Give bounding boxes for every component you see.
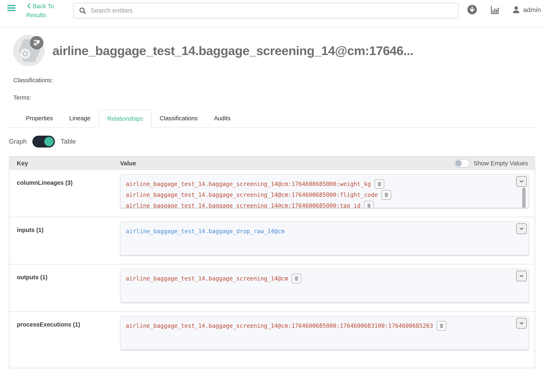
entity-link[interactable]: airline_baggage_test_14.baggage_screenin…	[126, 181, 371, 187]
value-line: airline_baggage_test_14.baggage_drop_raw…	[126, 226, 512, 237]
row-key: inputs (1)	[9, 221, 120, 255]
value-line: airline_baggage_test_14.baggage_screenin…	[126, 320, 512, 331]
tab-classifications[interactable]: Classifications	[152, 110, 206, 128]
tab-relationships[interactable]: Relationships	[99, 110, 151, 128]
tab-lineage[interactable]: Lineage	[61, 110, 99, 128]
value-line: airline_baggage_test_14.baggage_screenin…	[126, 190, 512, 200]
value-line: airline_baggage_test_14.baggage_screenin…	[126, 200, 512, 208]
value-box: airline_baggage_test_14.baggage_drop_raw…	[120, 221, 529, 255]
delete-button[interactable]	[292, 274, 301, 283]
hive-bee-badge-icon	[30, 36, 43, 50]
search-input[interactable]	[90, 7, 453, 14]
entity-link[interactable]: airline_baggage_test_14.baggage_screenin…	[126, 202, 361, 208]
expand-collapse-button[interactable]	[516, 271, 527, 281]
value-box: airline_baggage_test_14.baggage_screenin…	[120, 269, 529, 303]
delete-button[interactable]	[437, 321, 446, 331]
gear-icon: ⚙	[19, 47, 32, 61]
entity-link[interactable]: airline_baggage_test_14.baggage_screenin…	[126, 323, 433, 329]
table-row: columnLineages (3)airline_baggage_test_1…	[9, 170, 535, 217]
download-icon[interactable]	[467, 5, 477, 16]
view-toggle-row: Graph Table	[9, 136, 544, 148]
user-icon	[512, 5, 521, 14]
toggle-knob	[44, 137, 54, 146]
entity-tabs: Properties Lineage Relationships Classif…	[7, 110, 537, 128]
show-empty-values-control: Show Empty Values	[454, 159, 535, 167]
search-icon	[79, 7, 86, 15]
table-row: inputs (1)airline_baggage_test_14.baggag…	[9, 217, 535, 264]
menu-icon[interactable]	[7, 5, 16, 12]
chevron-down-icon	[519, 226, 524, 231]
expand-collapse-button[interactable]	[516, 176, 527, 187]
entity-type-icon: ⚙ ⚙	[13, 35, 45, 66]
search-bar	[73, 3, 458, 18]
row-key: columnLineages (3)	[9, 174, 120, 208]
show-empty-values-toggle[interactable]	[454, 159, 470, 167]
entity-link[interactable]: airline_baggage_test_14.baggage_screenin…	[126, 275, 288, 282]
chevron-down-icon	[519, 321, 524, 326]
row-value-cell: airline_baggage_test_14.baggage_screenin…	[120, 269, 535, 303]
value-column-header: Value	[120, 160, 454, 167]
trash-icon	[294, 276, 299, 281]
top-bar: Back To Results admin	[0, 0, 544, 27]
value-box: airline_baggage_test_14.baggage_screenin…	[120, 316, 529, 350]
expand-collapse-button[interactable]	[516, 318, 527, 329]
entity-link[interactable]: airline_baggage_test_14.baggage_drop_raw…	[126, 228, 284, 235]
show-empty-values-label: Show Empty Values	[473, 160, 528, 167]
value-line: airline_baggage_test_14.baggage_screenin…	[126, 273, 512, 284]
row-value-cell: airline_baggage_test_14.baggage_screenin…	[120, 316, 535, 350]
graph-label: Graph	[9, 138, 27, 145]
terms-label: Terms:	[13, 94, 544, 101]
trash-icon	[384, 192, 389, 198]
value-box: airline_baggage_test_14.baggage_screenin…	[120, 174, 529, 208]
row-key: outputs (1)	[9, 269, 120, 303]
table-header-row: Key Value Show Empty Values	[9, 156, 535, 170]
row-value-cell: airline_baggage_test_14.baggage_screenin…	[120, 174, 535, 208]
toggle-knob	[455, 160, 462, 167]
entity-link[interactable]: airline_baggage_test_14.baggage_screenin…	[126, 191, 378, 198]
graph-table-toggle[interactable]	[32, 136, 55, 148]
chevron-left-icon	[26, 3, 32, 9]
user-menu[interactable]: admin	[512, 5, 541, 14]
row-value-cell: airline_baggage_test_14.baggage_drop_raw…	[120, 221, 535, 255]
scrollbar-thumb[interactable]	[522, 188, 526, 208]
table-row: outputs (1)airline_baggage_test_14.bagga…	[9, 264, 535, 311]
delete-button[interactable]	[375, 179, 384, 189]
tab-audits[interactable]: Audits	[206, 110, 239, 128]
delete-button[interactable]	[364, 201, 374, 208]
trash-icon	[439, 323, 444, 329]
table-label: Table	[61, 138, 76, 145]
trash-icon	[366, 203, 372, 208]
page-title: airline_baggage_test_14.baggage_screenin…	[53, 43, 413, 58]
relationships-table: Key Value Show Empty Values columnLineag…	[9, 156, 535, 368]
back-to-results-link[interactable]: Back To Results	[26, 2, 57, 20]
chevron-down-icon	[519, 274, 524, 278]
trash-icon	[377, 181, 382, 187]
tab-properties[interactable]: Properties	[18, 110, 61, 128]
classifications-label: Classifications:	[13, 77, 544, 84]
value-line: airline_baggage_test_14.baggage_screenin…	[126, 179, 512, 190]
entity-header: ⚙ ⚙ airline_baggage_test_14.baggage_scre…	[13, 35, 544, 66]
row-key: processExecutions (1)	[9, 316, 120, 350]
table-row: processExecutions (1)airline_baggage_tes…	[9, 311, 535, 368]
chevron-down-icon	[519, 179, 524, 184]
key-column-header: Key	[9, 160, 120, 167]
expand-collapse-button[interactable]	[516, 223, 527, 234]
statistics-chart-icon[interactable]	[490, 5, 500, 16]
username-label: admin	[523, 6, 541, 14]
delete-button[interactable]	[382, 190, 391, 200]
